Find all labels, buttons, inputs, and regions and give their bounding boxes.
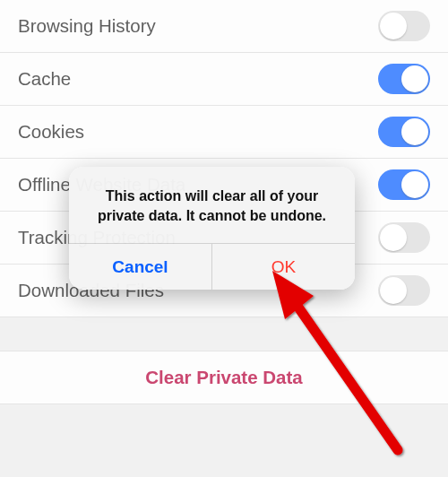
dialog-message: This action will clear all of your priva… bbox=[87, 186, 337, 225]
dialog-buttons: Cancel OK bbox=[69, 243, 355, 290]
ok-button[interactable]: OK bbox=[211, 244, 355, 290]
cancel-button[interactable]: Cancel bbox=[69, 244, 211, 290]
confirm-dialog: This action will clear all of your priva… bbox=[69, 167, 355, 290]
dialog-body: This action will clear all of your priva… bbox=[69, 167, 355, 243]
